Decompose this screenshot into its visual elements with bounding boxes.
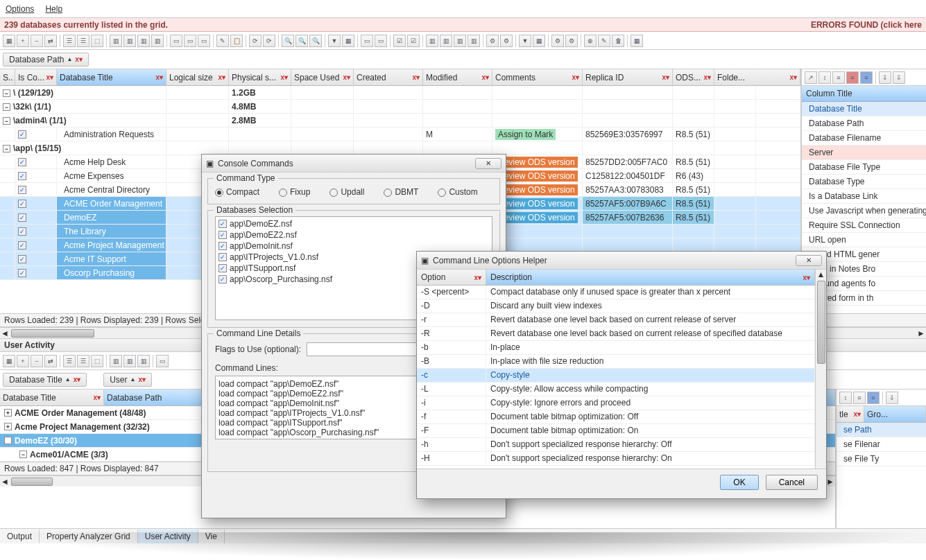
menu-options[interactable]: Options: [6, 4, 34, 14]
tool-icon[interactable]: ▭: [184, 35, 196, 47]
radio-fixup[interactable]: Fixup: [279, 187, 310, 197]
tool-icon[interactable]: ▥: [468, 35, 480, 47]
tool-icon[interactable]: ▦: [631, 35, 643, 47]
tool-icon[interactable]: ⇄: [44, 355, 57, 367]
close-icon[interactable]: ✕: [796, 255, 822, 266]
tool-icon[interactable]: ▦: [533, 35, 545, 47]
zoom-fit-icon[interactable]: 🔍: [309, 35, 322, 47]
tool-icon[interactable]: ▥: [440, 35, 452, 47]
radio-compact[interactable]: Compact: [215, 187, 259, 197]
column-chooser-item[interactable]: Database Path: [802, 116, 926, 131]
col-title[interactable]: Database Titlex▾: [57, 69, 166, 85]
tool-icon[interactable]: ✎: [216, 35, 229, 47]
tool-icon[interactable]: ✎: [598, 35, 610, 47]
tool-icon[interactable]: ☰: [77, 35, 89, 47]
tool-icon[interactable]: ▥: [137, 35, 150, 47]
col-logical[interactable]: Logical sizex▾: [166, 69, 229, 85]
tool-icon[interactable]: ≡: [832, 71, 845, 84]
status-errors-found[interactable]: ERRORS FOUND (click here: [811, 20, 922, 30]
tool-icon[interactable]: ▭: [170, 35, 182, 47]
tool-icon[interactable]: 📋: [230, 35, 243, 47]
tool-icon[interactable]: 🗑: [612, 35, 624, 47]
tool-icon[interactable]: ⇩: [879, 71, 891, 84]
tool-icon[interactable]: +: [17, 35, 29, 47]
tool-icon[interactable]: ▥: [137, 355, 150, 367]
column-chooser-item[interactable]: Server: [802, 146, 926, 160]
tool-icon[interactable]: ↗: [805, 71, 817, 84]
tool-icon[interactable]: ⚙: [565, 35, 578, 47]
tool-icon[interactable]: ▥: [426, 35, 438, 47]
col-comments[interactable]: Commentsx▾: [492, 69, 583, 85]
tool-icon[interactable]: ▭: [375, 35, 387, 47]
ok-button[interactable]: OK: [720, 475, 758, 490]
col-s[interactable]: S..: [0, 69, 15, 85]
col-iscon[interactable]: Is Co...x▾: [15, 69, 57, 85]
column-chooser-item[interactable]: Require SSL Connection: [802, 218, 926, 233]
filter-icon[interactable]: ▼: [519, 35, 531, 47]
zoom-out-icon[interactable]: 🔍: [295, 35, 308, 47]
ua-right-col-gro[interactable]: Gro...: [864, 406, 926, 422]
cancel-button[interactable]: Cancel: [766, 475, 818, 490]
col-modified[interactable]: Modifiedx▾: [423, 69, 492, 85]
tool-icon[interactable]: ⚙: [486, 35, 499, 47]
column-chooser-header[interactable]: Column Title: [802, 86, 926, 102]
column-chooser-item[interactable]: URL open: [802, 233, 926, 247]
tool-icon[interactable]: ≡: [867, 392, 880, 404]
tool-icon[interactable]: ▭: [198, 35, 210, 47]
dialog-titlebar[interactable]: ▣Console Commands ✕: [202, 155, 506, 173]
menu-help[interactable]: Help: [45, 4, 62, 14]
tool-icon[interactable]: ☰: [63, 355, 76, 367]
tool-icon[interactable]: ≡: [846, 71, 859, 84]
radio-custom[interactable]: Custom: [438, 187, 477, 197]
filter-icon[interactable]: ▼: [328, 35, 341, 47]
tool-icon[interactable]: ⬚: [91, 35, 103, 47]
tool-icon[interactable]: ☰: [63, 35, 76, 47]
filter-icon[interactable]: x▾: [75, 55, 83, 63]
tool-icon[interactable]: −: [31, 35, 43, 47]
tool-icon[interactable]: ⟳: [263, 35, 275, 47]
tool-icon[interactable]: ▦: [3, 35, 15, 47]
column-chooser-item[interactable]: Database Type: [802, 175, 926, 189]
grouping-chip[interactable]: User ▲x▾: [103, 373, 152, 387]
tool-icon[interactable]: ☰: [77, 355, 89, 367]
col-ods[interactable]: ODS...x▾: [673, 69, 714, 85]
tool-icon[interactable]: ▥: [123, 35, 136, 47]
tool-icon[interactable]: ▥: [110, 35, 122, 47]
radio-dbmt[interactable]: DBMT: [384, 187, 418, 197]
tool-icon[interactable]: ⟳: [249, 35, 261, 47]
tool-icon[interactable]: ⚙: [551, 35, 564, 47]
tool-icon[interactable]: ⚙: [500, 35, 513, 47]
tool-icon[interactable]: ▦: [342, 35, 354, 47]
tool-icon[interactable]: ▥: [123, 355, 136, 367]
tool-icon[interactable]: ▭: [361, 35, 373, 47]
tool-icon[interactable]: ↕: [818, 71, 831, 84]
col-physical[interactable]: Physical s...x▾: [229, 69, 291, 85]
close-icon[interactable]: ✕: [475, 158, 501, 169]
tool-icon[interactable]: ▥: [151, 35, 164, 47]
col-description[interactable]: Descriptionx▾: [486, 270, 815, 285]
vertical-scrollbar[interactable]: ▲: [815, 270, 826, 469]
column-chooser-item[interactable]: Database Title: [802, 102, 926, 116]
helper-grid-body[interactable]: -S <percent>Compact database only if unu…: [417, 286, 815, 469]
ua-col-title[interactable]: Database Titlex▾: [0, 390, 104, 405]
tool-icon[interactable]: ⇩: [893, 71, 905, 84]
col-created[interactable]: Createdx▾: [354, 69, 423, 85]
grouping-chip[interactable]: Database Path ▲ x▾: [3, 53, 89, 67]
tool-icon[interactable]: ☑: [407, 35, 420, 47]
col-option[interactable]: Optionx▾: [417, 270, 486, 285]
grouping-chip[interactable]: Database Title ▲x▾: [3, 373, 87, 387]
dialog-titlebar[interactable]: ▣Command Line Options Helper ✕: [417, 252, 826, 270]
ua-right-col-tle[interactable]: tlex▾: [837, 406, 864, 422]
col-space[interactable]: Space Usedx▾: [291, 69, 354, 85]
zoom-in-icon[interactable]: 🔍: [282, 35, 294, 47]
column-chooser-item[interactable]: Database File Type: [802, 160, 926, 175]
col-replica[interactable]: Replica IDx▾: [583, 69, 673, 85]
tool-icon[interactable]: ▦: [3, 355, 15, 367]
column-chooser-item[interactable]: Is a Database Link: [802, 189, 926, 204]
tool-icon[interactable]: −: [31, 355, 43, 367]
tool-icon[interactable]: ▥: [454, 35, 466, 47]
tool-icon[interactable]: ⇄: [44, 35, 57, 47]
tool-icon[interactable]: ≡: [860, 71, 873, 84]
tool-icon[interactable]: ▥: [110, 355, 122, 367]
tool-icon[interactable]: ⊕: [584, 35, 597, 47]
